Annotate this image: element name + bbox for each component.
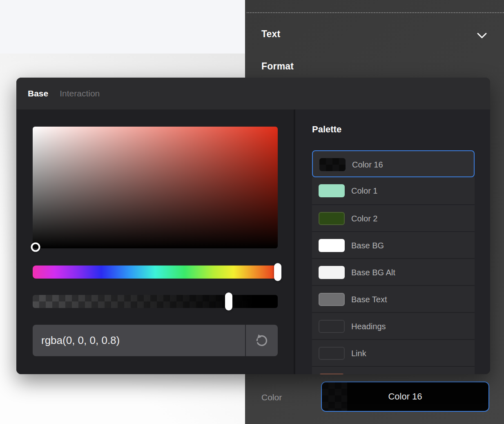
alpha-slider-track[interactable]	[33, 295, 278, 308]
picker-pane	[16, 109, 294, 374]
color-field-label: Color	[261, 393, 282, 402]
tab-interaction[interactable]: Interaction	[60, 89, 100, 98]
palette-item-swatch	[319, 320, 345, 333]
alpha-slider	[33, 292, 278, 310]
undo-circular-arrow-icon	[254, 333, 270, 348]
palette-item-swatch	[319, 347, 345, 360]
color-value-input[interactable]	[33, 325, 245, 356]
dotted-separator	[247, 12, 504, 13]
palette-item-link[interactable]: Link	[312, 339, 475, 366]
color-value-button-label: Color 16	[322, 382, 488, 411]
dialog-tab-bar: Base Interaction	[16, 78, 490, 109]
palette-list: Color 16 Color 1 Color 2 Base BG Base BG…	[312, 150, 475, 374]
palette-item-color-1[interactable]: Color 1	[312, 177, 475, 204]
palette-item-base-bg-alt[interactable]: Base BG Alt	[312, 258, 475, 285]
palette-item-swatch	[319, 239, 345, 252]
palette-item-partial[interactable]	[312, 366, 475, 374]
palette-item-swatch	[319, 293, 345, 306]
palette-item-label: Color 16	[352, 151, 383, 178]
palette-item-label: Headings	[351, 313, 386, 340]
reset-color-button[interactable]	[245, 325, 278, 356]
palette-item-label: Base Text	[351, 286, 387, 313]
saturation-value-area[interactable]	[33, 127, 278, 248]
palette-item-swatch	[319, 212, 345, 225]
palette-item-color-16[interactable]: Color 16	[312, 150, 475, 177]
palette-item-label: Base BG Alt	[351, 259, 395, 286]
color-picker-dialog: Base Interaction	[16, 78, 490, 374]
color-value-button[interactable]: Color 16	[321, 382, 489, 412]
section-header-text[interactable]: Text	[245, 29, 504, 48]
format-section-label: Format	[261, 61, 294, 72]
palette-item-base-bg[interactable]: Base BG	[312, 231, 475, 258]
palette-item-color-2[interactable]: Color 2	[312, 204, 475, 231]
text-section-label: Text	[261, 29, 280, 40]
palette-item-swatch	[319, 374, 345, 374]
chevron-down-icon[interactable]	[477, 32, 487, 39]
sv-cursor[interactable]	[31, 243, 40, 252]
screen: Text Format Color Color 16 Base Interact…	[0, 0, 504, 424]
hue-slider	[33, 263, 278, 281]
palette-item-base-text[interactable]: Base Text	[312, 285, 475, 312]
hue-slider-handle[interactable]	[274, 263, 281, 281]
palette-item-label: Color 2	[351, 205, 377, 232]
palette-item-label: Link	[351, 340, 366, 367]
palette-title: Palette	[312, 124, 341, 135]
palette-item-swatch	[319, 266, 345, 279]
alpha-slider-handle[interactable]	[225, 292, 232, 310]
palette-item-label: Base BG	[351, 232, 384, 259]
color-value-field	[33, 325, 278, 356]
palette-pane: Palette Color 16 Color 1 Color 2 Base BG…	[294, 109, 490, 374]
palette-item-headings[interactable]: Headings	[312, 312, 475, 339]
palette-item-label: Color 1	[351, 177, 377, 204]
palette-item-swatch	[319, 158, 346, 171]
palette-item-swatch	[319, 184, 345, 197]
page-section-block	[0, 0, 245, 54]
hue-slider-track[interactable]	[33, 266, 278, 279]
tab-base[interactable]: Base	[28, 89, 48, 98]
